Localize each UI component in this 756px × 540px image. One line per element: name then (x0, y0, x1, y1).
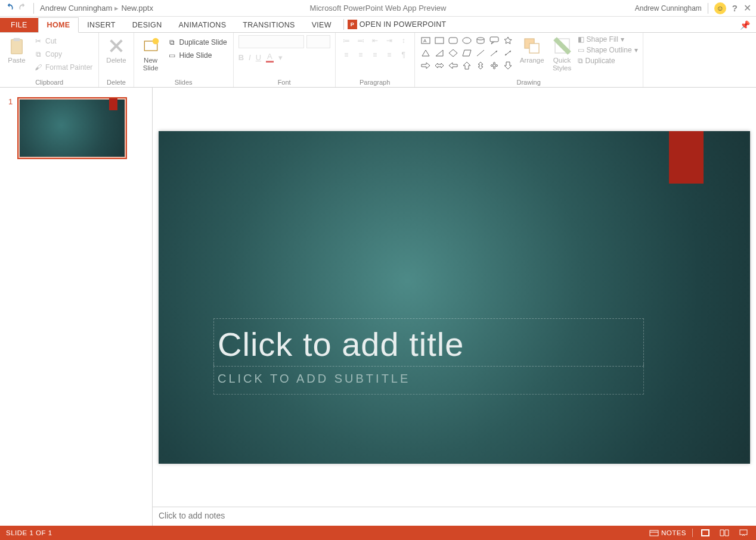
svg-rect-0 (11, 39, 23, 54)
shape-textbox-icon[interactable]: A (420, 35, 432, 46)
svg-rect-20 (702, 530, 708, 535)
title-placeholder[interactable]: Click to add title (213, 318, 644, 367)
pin-ribbon-icon[interactable]: 📌 (740, 20, 750, 30)
svg-rect-7 (449, 38, 457, 44)
delete-button[interactable]: Delete (104, 35, 128, 66)
shape-line-arrow-icon[interactable] (488, 48, 500, 58)
tab-home[interactable]: HOME (38, 17, 79, 33)
line-spacing-button[interactable]: ↕ (398, 35, 410, 46)
svg-rect-15 (529, 44, 539, 53)
duplicate-shape-button[interactable]: ⧉Duplicate (578, 57, 638, 65)
powerpoint-icon: P (348, 20, 357, 29)
text-direction-button[interactable]: ¶ (398, 49, 410, 60)
user-name[interactable]: Andrew Cunningham (635, 4, 702, 13)
format-painter-button[interactable]: 🖌Format Painter (32, 61, 94, 73)
redo-button[interactable] (18, 2, 27, 14)
underline-button[interactable]: U (256, 53, 261, 62)
align-left-button[interactable]: ≡ (340, 49, 352, 60)
shape-arrow-left-icon[interactable] (447, 60, 459, 71)
tab-design[interactable]: DESIGN (124, 18, 171, 32)
slide-ribbon-decoration (669, 131, 704, 184)
normal-view-button[interactable] (699, 528, 712, 538)
align-center-button[interactable]: ≡ (355, 49, 367, 60)
svg-rect-17 (650, 530, 658, 536)
shape-cylinder-icon[interactable] (475, 35, 487, 46)
shapes-gallery[interactable]: A (420, 35, 514, 71)
shape-callout-icon[interactable] (488, 35, 500, 46)
arrange-button[interactable]: Arrange (518, 35, 547, 66)
breadcrumb[interactable]: Andrew Cunningham▸New.pptx (40, 4, 153, 13)
ribbon: Paste ✂Cut ⧉Copy 🖌Format Painter Clipboa… (0, 33, 756, 88)
slide-canvas-area[interactable]: Click to add title CLICK TO ADD SUBTITLE (153, 88, 756, 507)
ribbon-group-paragraph: ≔ ≕ ⇤ ⇥ ↕ ≡ ≡ ≡ ≡ ¶ Paragraph (336, 33, 415, 87)
italic-button[interactable]: I (249, 53, 251, 62)
notes-pane[interactable]: Click to add notes (153, 507, 756, 526)
font-more-icon[interactable]: ▾ (278, 53, 283, 62)
shape-outline-button[interactable]: ▭Shape Outline▾ (578, 46, 638, 54)
open-in-powerpoint-button[interactable]: OPEN IN POWERPOINT (360, 20, 447, 29)
duplicate-slide-button[interactable]: ⧉Duplicate Slide (166, 36, 228, 48)
svg-text:A: A (423, 38, 427, 44)
notes-toggle-button[interactable]: NOTES (649, 528, 686, 538)
font-size-input[interactable] (306, 35, 330, 48)
close-icon[interactable]: ✕ (743, 2, 751, 14)
shape-arrow-up-icon[interactable] (461, 60, 473, 71)
indent-decrease-button[interactable]: ⇤ (369, 35, 381, 46)
ribbon-group-drawing: A (415, 33, 643, 87)
tab-file[interactable]: FILE (0, 18, 38, 32)
slide[interactable]: Click to add title CLICK TO ADD SUBTITLE (159, 131, 750, 464)
ribbon-tabs: FILE HOME INSERT DESIGN ANIMATIONS TRANS… (0, 17, 756, 33)
reading-view-button[interactable] (718, 528, 731, 538)
shape-diamond-icon[interactable] (447, 48, 459, 58)
hide-slide-button[interactable]: ▭Hide Slide (166, 49, 228, 61)
slideshow-view-button[interactable] (737, 528, 750, 538)
shape-arrow-quad-icon[interactable] (488, 60, 500, 71)
shape-arrow-down-icon[interactable] (502, 60, 514, 71)
cut-button[interactable]: ✂Cut (32, 35, 94, 47)
thumbnail-number: 1 (8, 97, 13, 106)
quick-styles-button[interactable]: Quick Styles (550, 35, 574, 73)
shape-fill-button[interactable]: ◧Shape Fill▾ (578, 35, 638, 44)
shape-arrow-right-icon[interactable] (420, 60, 432, 71)
tab-view[interactable]: VIEW (303, 18, 340, 32)
status-bar: SLIDE 1 OF 1 NOTES (0, 526, 756, 540)
feedback-smiley-icon[interactable]: ☺ (714, 2, 726, 14)
shape-line-icon[interactable] (475, 48, 487, 58)
app-title: Microsoft PowerPoint Web App Preview (310, 4, 447, 13)
slide-thumbnail-1[interactable] (17, 97, 127, 159)
indent-increase-button[interactable]: ⇥ (383, 35, 395, 46)
subtitle-placeholder[interactable]: CLICK TO ADD SUBTITLE (213, 364, 644, 395)
slide-thumbnail-panel[interactable]: 1 (0, 88, 153, 526)
ribbon-group-font: B I U A ▾ Font (234, 33, 336, 87)
copy-button[interactable]: ⧉Copy (32, 48, 94, 60)
slide-position-label: SLIDE 1 OF 1 (6, 529, 52, 536)
svg-rect-10 (490, 37, 498, 42)
shape-arrow-updown-icon[interactable] (475, 60, 487, 71)
paste-button[interactable]: Paste (5, 35, 29, 66)
undo-button[interactable] (5, 2, 14, 14)
tab-animations[interactable]: ANIMATIONS (170, 18, 234, 32)
shape-arrow-leftright-icon[interactable] (433, 60, 445, 71)
shape-rect-icon[interactable] (433, 35, 445, 46)
new-slide-button[interactable]: New Slide (139, 35, 163, 73)
shape-triangle-icon[interactable] (420, 48, 432, 58)
numbering-button[interactable]: ≕ (355, 35, 367, 46)
bullets-button[interactable]: ≔ (340, 35, 352, 46)
svg-point-9 (477, 38, 484, 40)
help-icon[interactable]: ? (732, 3, 738, 13)
shape-star-icon[interactable] (502, 35, 514, 46)
shape-ellipse-icon[interactable] (461, 35, 473, 46)
align-right-button[interactable]: ≡ (369, 49, 381, 60)
shape-line-double-arrow-icon[interactable] (502, 48, 514, 58)
font-color-button[interactable]: A (266, 52, 274, 63)
svg-rect-21 (740, 530, 747, 535)
thumbnail-ribbon-decoration (109, 98, 117, 110)
tab-insert[interactable]: INSERT (79, 18, 123, 32)
align-justify-button[interactable]: ≡ (383, 49, 395, 60)
shape-right-triangle-icon[interactable] (433, 48, 445, 58)
shape-rounded-rect-icon[interactable] (447, 35, 459, 46)
tab-transitions[interactable]: TRANSITIONS (234, 18, 303, 32)
bold-button[interactable]: B (238, 53, 244, 62)
font-name-input[interactable] (238, 35, 304, 48)
shape-parallelogram-icon[interactable] (461, 48, 473, 58)
